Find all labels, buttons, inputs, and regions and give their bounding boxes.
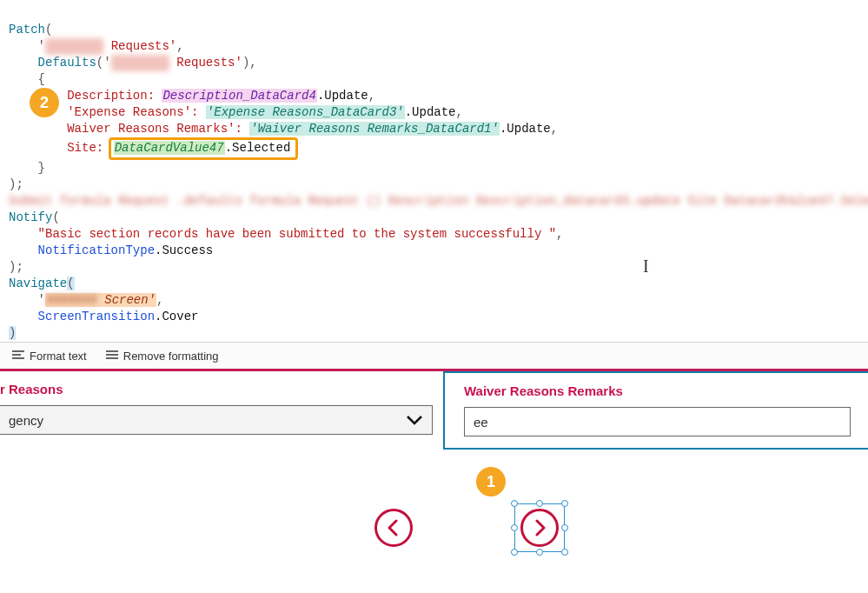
ref-datacardvalue47: DataCardValue47 <box>114 141 225 155</box>
next-button[interactable] <box>520 509 559 547</box>
redacted-line: Submit formula Request .defaults formula… <box>9 193 868 210</box>
chevron-right-icon <box>532 519 547 536</box>
reasons-dropdown-value: gency <box>9 413 43 428</box>
chevron-down-icon <box>406 414 423 426</box>
redacted-text: XXXXXXXX <box>111 55 169 71</box>
format-text-button[interactable]: Format text <box>12 350 87 363</box>
ref-screen: XXXXXXX Screen' <box>45 293 156 307</box>
formula-editor[interactable]: Patch( 'XXXXXXXX Requests', Defaults('XX… <box>0 0 868 342</box>
redacted-text: XXXXXXX <box>46 292 97 309</box>
resize-handle[interactable] <box>511 549 518 556</box>
waiver-remarks-input[interactable]: ee <box>464 407 851 436</box>
text-cursor-icon: I <box>643 258 649 275</box>
nav-buttons-area: 1 <box>0 450 868 571</box>
ref-waiver-reasons-datacard: 'Waiver Reasons Remarks_DataCard1' <box>249 122 500 136</box>
resize-handle[interactable] <box>511 500 518 507</box>
next-button-selected[interactable] <box>514 503 565 552</box>
form-cards-row: r Reasons gency Waiver Reasons Remarks e… <box>0 371 868 450</box>
ref-expense-reasons-datacard: 'Expense Reasons_DataCard3' <box>206 105 405 119</box>
redacted-text: XXXXXXXX <box>45 38 103 55</box>
ref-description-datacard: Description_DataCard4 <box>162 89 316 103</box>
reasons-card: r Reasons gency <box>0 371 443 450</box>
chevron-left-icon <box>386 519 401 536</box>
waiver-remarks-label: Waiver Reasons Remarks <box>464 383 854 398</box>
callout-circle-2: 2 <box>30 88 59 117</box>
formula-toolbar: Format text Remove formatting <box>0 342 868 371</box>
resize-handle[interactable] <box>561 549 568 556</box>
resize-handle[interactable] <box>511 524 518 531</box>
resize-handle[interactable] <box>536 549 543 556</box>
waiver-remarks-card: Waiver Reasons Remarks ee <box>443 371 868 450</box>
token-patch: Patch <box>9 23 45 37</box>
resize-handle[interactable] <box>561 500 568 507</box>
highlight-box-site: DataCardValue47.Selected <box>109 137 299 160</box>
prev-button[interactable] <box>374 509 413 547</box>
resize-handle[interactable] <box>536 500 543 507</box>
reasons-dropdown[interactable]: gency <box>0 405 433 435</box>
remove-formatting-icon <box>106 350 118 361</box>
remove-formatting-button[interactable]: Remove formatting <box>106 350 219 363</box>
reasons-label: r Reasons <box>0 382 429 396</box>
resize-handle[interactable] <box>561 524 568 531</box>
callout-circle-1: 1 <box>476 467 506 496</box>
